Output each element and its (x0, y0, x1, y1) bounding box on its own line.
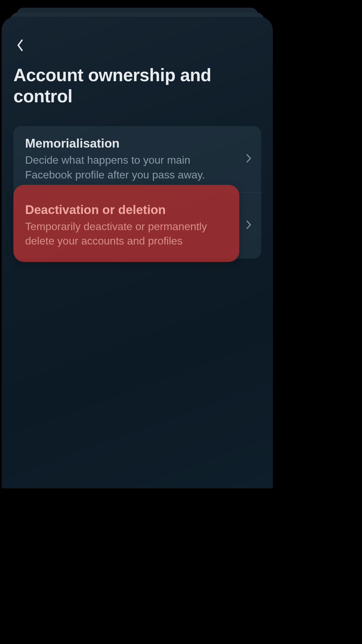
option-description: Temporarily deactivate or permanently de… (25, 219, 233, 248)
option-title: Deactivation or deletion (25, 203, 233, 217)
option-description: Decide what happens to your main Faceboo… (25, 153, 233, 182)
back-button[interactable] (13, 39, 27, 52)
chevron-left-icon (16, 39, 24, 52)
option-memorialisation[interactable]: Memorialisation Decide what happens to y… (13, 126, 261, 193)
options-card: Memorialisation Decide what happens to y… (13, 126, 261, 259)
option-title: Memorialisation (25, 136, 233, 151)
settings-panel: Account ownership and control Memorialis… (2, 17, 273, 488)
page-title: Account ownership and control (13, 65, 261, 107)
option-deactivation-deletion[interactable]: Deactivation or deletion Temporarily dea… (13, 193, 261, 259)
chevron-right-icon (246, 153, 252, 165)
chevron-right-icon (246, 220, 252, 231)
